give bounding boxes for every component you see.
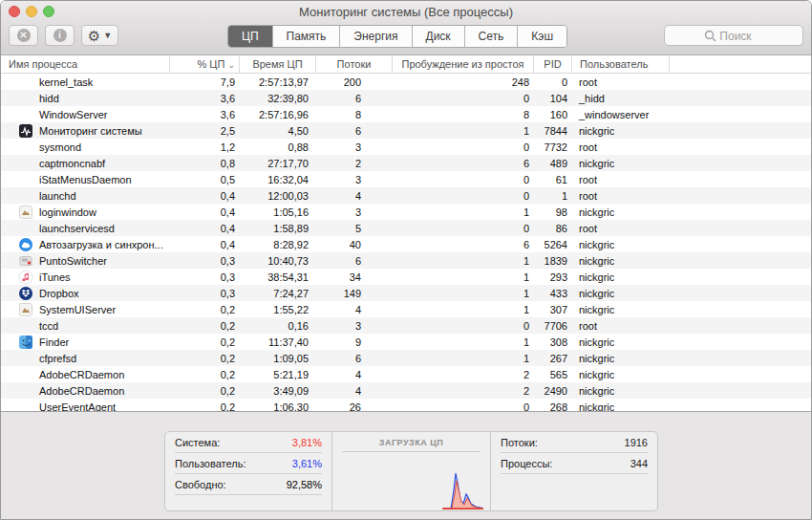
tab-Диск[interactable]: Диск <box>413 26 465 47</box>
cpu-percent-cell: 0,2 <box>170 353 240 364</box>
search-input[interactable] <box>665 26 806 47</box>
user-cell: nickgric <box>572 288 670 299</box>
process-icon <box>18 91 33 106</box>
cpu-time-cell: 32:39,80 <box>240 93 316 104</box>
cpu-time-cell: 1:05,16 <box>240 206 316 218</box>
tab-Энергия[interactable]: Энергия <box>340 26 412 47</box>
idle-wakeups-cell: 2 <box>393 369 534 380</box>
table-row[interactable]: iTunes 0,3 38:54,31 34 1 293 nickgric <box>1 269 811 285</box>
process-name: AdobeCRDaemon <box>39 385 124 397</box>
user-value: 3,61% <box>292 458 322 469</box>
column-header-user[interactable]: Пользователь <box>572 55 670 73</box>
idle-wakeups-cell: 6 <box>393 239 534 250</box>
tab-Сеть[interactable]: Сеть <box>465 26 519 47</box>
process-icon <box>18 351 33 366</box>
process-name: captmoncnabf <box>39 158 105 169</box>
column-header-cputime[interactable]: Время ЦП <box>240 55 316 73</box>
column-header-pid[interactable]: PID <box>534 55 572 73</box>
idle-wakeups-cell: 1 <box>393 288 534 299</box>
process-icon <box>18 156 33 171</box>
user-cell: root <box>572 174 670 185</box>
table-row[interactable]: Dropbox 0,3 7:24,27 149 1 433 nickgric <box>1 285 811 301</box>
user-cell: root <box>572 223 670 234</box>
pid-cell: 1 <box>534 190 572 202</box>
dropbox-icon <box>18 286 33 301</box>
table-row[interactable]: Автозагрузка и синхрон... 0,4 8:28,92 40… <box>1 236 811 252</box>
table-row[interactable]: hidd 3,6 32:39,80 6 0 104 _hidd <box>1 90 811 106</box>
cpu-time-cell: 38:54,31 <box>240 271 316 283</box>
punto-icon <box>18 253 33 269</box>
stat-processes: Процессы: 344 <box>501 453 648 474</box>
table-row[interactable]: launchd 0,4 12:00,03 4 0 1 root <box>1 187 811 204</box>
cpu-percent-cell: 0,4 <box>170 239 240 250</box>
settings-menu-button[interactable]: ⚙ ▼ <box>81 25 118 46</box>
idle-wakeups-cell: 0 <box>393 93 534 104</box>
idle-wakeups-cell: 248 <box>393 76 534 88</box>
tab-Память[interactable]: Память <box>273 26 341 47</box>
table-row[interactable]: launchservicesd 0,4 1:58,89 5 0 86 root <box>1 220 811 236</box>
threads-cell: 4 <box>316 304 393 315</box>
threads-total-value: 1916 <box>625 437 648 448</box>
sort-indicator-icon: ⌄ <box>227 60 235 70</box>
table-row[interactable]: captmoncnabf 0,8 27:17,70 2 6 489 nickgr… <box>1 155 811 171</box>
cpu-time-cell: 4,50 <box>240 125 316 137</box>
column-header-threads[interactable]: Потоки <box>316 55 393 73</box>
table-row[interactable]: Мониторинг системы 2,5 4,50 6 1 7844 nic… <box>1 122 811 139</box>
cpu-time-cell: 1:09,05 <box>240 353 316 364</box>
quit-process-button[interactable]: ✕ <box>9 25 38 46</box>
cpu-percent-cell: 0,4 <box>170 223 240 234</box>
table-row[interactable]: PuntoSwitcher 0,3 10:40,73 6 1 1839 nick… <box>1 252 811 269</box>
idle-wakeups-cell: 2 <box>393 385 534 397</box>
table-row[interactable]: AdobeCRDaemon 0,2 5:21,19 4 2 565 nickgr… <box>1 366 811 382</box>
process-name: loginwindow <box>39 206 96 218</box>
process-name: Автозагрузка и синхрон... <box>39 239 163 250</box>
table-row[interactable]: SystemUIServer 0,2 1:55,22 4 1 307 nickg… <box>1 301 811 317</box>
search-field[interactable] <box>664 25 803 46</box>
inspect-process-button[interactable]: i <box>45 25 75 46</box>
process-name: iTunes <box>39 271 71 283</box>
threads-cell: 6 <box>316 93 393 104</box>
process-name: sysmond <box>39 141 81 153</box>
tab-Кэш[interactable]: Кэш <box>518 26 566 47</box>
threads-cell: 40 <box>316 239 393 250</box>
process-name: SystemUIServer <box>39 304 116 315</box>
window-chrome: Мониторинг системы (Все процессы) ✕ i ⚙ … <box>1 1 811 55</box>
column-header-name[interactable]: Имя процесса <box>1 55 170 73</box>
stat-system: Система: 3,81% <box>175 432 322 453</box>
cpu-percent-cell: 0,2 <box>170 320 240 332</box>
table-row[interactable]: loginwindow 0,4 1:05,16 3 1 98 nickgric <box>1 204 811 220</box>
table-row[interactable]: cfprefsd 0,2 1:09,05 6 1 267 nickgric <box>1 350 811 366</box>
user-cell: nickgric <box>572 336 670 348</box>
table-row[interactable]: iStatMenusDaemon 0,5 16:32,04 3 0 61 roo… <box>1 171 811 187</box>
column-header-cpu[interactable]: % ЦП ⌄ <box>170 55 240 73</box>
threads-cell: 3 <box>316 320 393 332</box>
pid-cell: 86 <box>534 223 572 234</box>
table-row[interactable]: kernel_task 7,9 2:57:13,97 200 248 0 roo… <box>1 74 811 90</box>
generic-app-icon <box>18 302 33 317</box>
window-title: Мониторинг системы (Все процессы) <box>1 5 811 19</box>
table-row[interactable]: sysmond 1,2 0,88 3 0 7732 root <box>1 139 811 155</box>
cpu-load-title: ЗАГРУЗКА ЦП <box>332 438 490 447</box>
threads-cell: 4 <box>316 369 393 380</box>
threads-cell: 149 <box>316 288 393 299</box>
table-row[interactable]: tccd 0,2 0,16 3 0 7706 root <box>1 317 811 334</box>
table-row[interactable]: AdobeCRDaemon 0,2 3:49,09 4 2 2490 nickg… <box>1 382 811 399</box>
titlebar[interactable]: Мониторинг системы (Все процессы) <box>1 1 811 22</box>
pid-cell: 160 <box>534 109 572 120</box>
cpu-percent-cell: 1,2 <box>170 141 240 153</box>
user-cell: nickgric <box>572 125 670 137</box>
process-icon <box>18 75 33 90</box>
cpu-time-cell: 1:58,89 <box>240 223 316 234</box>
threads-cell: 6 <box>316 353 393 364</box>
info-circle-icon: i <box>53 29 67 42</box>
process-name: iStatMenusDaemon <box>39 174 132 185</box>
table-row[interactable]: Finder 0,2 11:37,40 9 1 308 nickgric <box>1 334 811 350</box>
table-row[interactable]: WindowServer 3,6 2:57:16,96 8 8 160 _win… <box>1 106 811 122</box>
column-header-idle-wakeups[interactable]: Пробуждение из простоя <box>393 55 534 73</box>
tab-ЦП[interactable]: ЦП <box>228 26 273 47</box>
process-table-body: kernel_task 7,9 2:57:13,97 200 248 0 roo… <box>1 74 811 415</box>
idle-wakeups-cell: 1 <box>393 125 534 137</box>
cpu-breakdown-section: Система: 3,81% Пользователь: 3,61% Свобо… <box>165 432 331 510</box>
user-cell: nickgric <box>572 255 670 267</box>
idle-wakeups-cell: 0 <box>393 223 534 234</box>
